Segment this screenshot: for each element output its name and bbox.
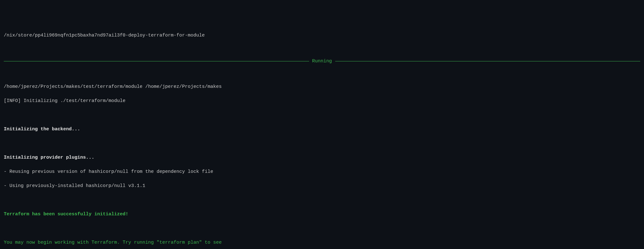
terminal-line: [INFO] Initializing ./test/terraform/mod… [4,98,640,105]
terminal-line-green: You may now begin working with Terraform… [4,239,640,246]
terminal-line-bold: Initializing provider plugins... [4,154,640,161]
nix-store-path: /nix/store/pp4li969nqfn1pc5baxha7nd97ail… [4,32,640,39]
divider-line-right [335,61,641,61]
terraform-init-success: Terraform has been successfully initiali… [4,211,640,218]
terminal-line: - Using previously-installed hashicorp/n… [4,183,640,190]
terminal-line: /home/jperez/Projects/makes/test/terrafo… [4,83,640,91]
terminal-line: - Reusing previous version of hashicorp/… [4,168,640,176]
running-label: Running [312,58,332,65]
running-divider: Running [4,58,640,65]
divider-line-left [4,61,309,61]
terminal-line-bold: Initializing the backend... [4,126,640,133]
